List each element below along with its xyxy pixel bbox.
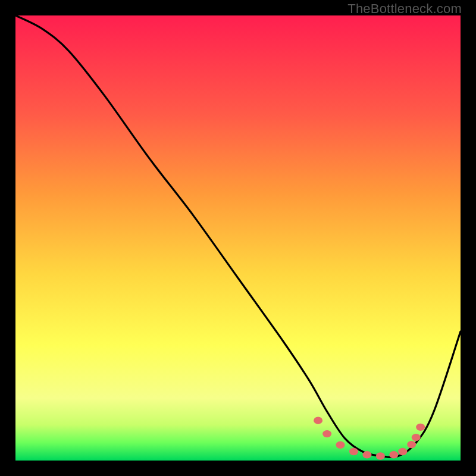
marker-dot [412, 434, 421, 441]
chart-svg [15, 15, 461, 461]
watermark-text: TheBottleneck.com [347, 1, 462, 17]
marker-dot [407, 441, 416, 448]
chart-frame [12, 12, 464, 464]
marker-dot [349, 448, 358, 455]
marker-dot [322, 430, 331, 437]
marker-dot [314, 417, 322, 424]
chart-plot-area [15, 15, 461, 461]
marker-dot [376, 452, 385, 459]
marker-dot [389, 451, 398, 458]
marker-dot [336, 441, 345, 449]
gradient-bg [15, 15, 461, 461]
marker-dot [398, 448, 407, 455]
marker-dot [362, 451, 371, 458]
marker-dot [416, 424, 425, 431]
